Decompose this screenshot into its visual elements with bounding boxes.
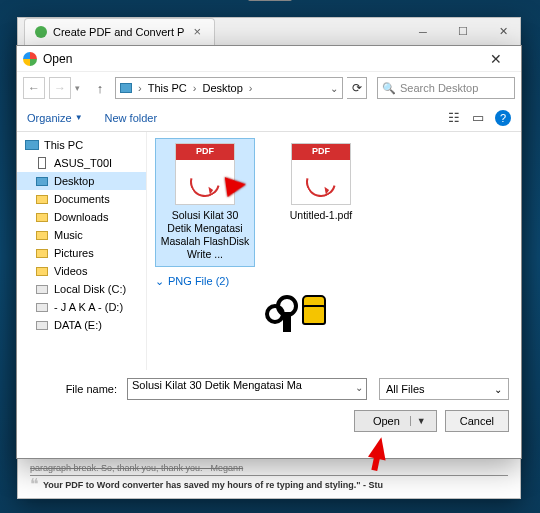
- open-button[interactable]: Open ▼: [354, 410, 437, 432]
- tree-label: - J A K A - (D:): [54, 301, 123, 313]
- open-file-dialog: Open ✕ ← → ▾ ↑ › This PC › Desktop › ⌄ ⟳…: [16, 45, 522, 459]
- quote-mark-icon: ❝: [30, 480, 39, 490]
- organize-menu[interactable]: Organize▼: [27, 112, 83, 124]
- help-button[interactable]: ?: [495, 110, 511, 126]
- tree-item-local-disk-c[interactable]: Local Disk (C:): [17, 280, 146, 298]
- chevron-down-icon: ⌄: [494, 384, 502, 395]
- pdf-thumbnail-icon: PDF: [175, 143, 235, 205]
- search-placeholder: Search Desktop: [400, 82, 478, 94]
- navigation-tree: This PC ASUS_T00I Desktop Documents Down…: [17, 132, 147, 370]
- view-options-icon[interactable]: ☷: [445, 110, 463, 126]
- dialog-footer: File name: Solusi Kilat 30 Detik Mengata…: [17, 370, 521, 442]
- background-content: paragraph break. So, thank you, thank yo…: [30, 463, 508, 490]
- tree-label: Documents: [54, 193, 110, 205]
- breadcrumb-root[interactable]: This PC: [146, 82, 189, 94]
- tree-header-this-pc[interactable]: This PC: [17, 136, 146, 154]
- folder-icon: [36, 213, 48, 222]
- png-thumbnail-keys[interactable]: [263, 292, 333, 336]
- file-name: Untitled-1.pdf: [276, 209, 366, 222]
- tab-favicon-icon: [35, 26, 47, 38]
- svg-rect-1: [303, 306, 325, 324]
- chevron-down-icon: ▼: [75, 113, 83, 122]
- search-icon: 🔍: [382, 82, 396, 95]
- tree-item-downloads[interactable]: Downloads: [17, 208, 146, 226]
- cancel-button[interactable]: Cancel: [445, 410, 509, 432]
- group-header-png[interactable]: ⌄ PNG File (2): [155, 275, 513, 288]
- breadcrumb-folder[interactable]: Desktop: [200, 82, 244, 94]
- address-row: ← → ▾ ↑ › This PC › Desktop › ⌄ ⟳ 🔍 Sear…: [17, 72, 521, 104]
- tree-item-desktop[interactable]: Desktop: [17, 172, 146, 190]
- tree-label: Pictures: [54, 247, 94, 259]
- tree-item-pictures[interactable]: Pictures: [17, 244, 146, 262]
- search-input[interactable]: 🔍 Search Desktop: [377, 77, 515, 99]
- folder-icon: [36, 195, 48, 204]
- folder-icon: [36, 231, 48, 240]
- back-button[interactable]: ←: [23, 77, 45, 99]
- chevron-right-icon: ›: [247, 82, 255, 94]
- folder-icon: [36, 249, 48, 258]
- adobe-swirl-icon: [301, 162, 342, 203]
- tree-label: Videos: [54, 265, 87, 277]
- tree-label: This PC: [44, 139, 83, 151]
- browser-titlebar: Create PDF and Convert P × ─ ☐ ✕: [18, 18, 520, 46]
- dropdown-icon[interactable]: ⌄: [355, 382, 363, 393]
- tab-close-icon[interactable]: ×: [190, 24, 204, 39]
- address-dropdown-icon[interactable]: ⌄: [330, 83, 338, 94]
- tree-label: Desktop: [54, 175, 94, 187]
- tab-title: Create PDF and Convert P: [53, 26, 184, 38]
- filename-value: Solusi Kilat 30 Detik Mengatasi Ma: [132, 379, 302, 391]
- tree-item-documents[interactable]: Documents: [17, 190, 146, 208]
- tree-item-drive-d[interactable]: - J A K A - (D:): [17, 298, 146, 316]
- file-list: PDF Solusi Kilat 30 Detik Mengatasi Masa…: [147, 132, 521, 370]
- forward-button[interactable]: →: [49, 77, 71, 99]
- tree-item-music[interactable]: Music: [17, 226, 146, 244]
- browser-tab[interactable]: Create PDF and Convert P ×: [24, 18, 215, 46]
- filetype-select[interactable]: All Files ⌄: [379, 378, 509, 400]
- history-dropdown-icon[interactable]: ▾: [75, 83, 85, 93]
- pdf-thumbnail-icon: PDF: [291, 143, 351, 205]
- dialog-titlebar: Open ✕: [17, 46, 521, 72]
- drive-icon: [36, 321, 48, 330]
- group-label: PNG File (2): [168, 275, 229, 287]
- testimonial-text: Your PDF to Word converter has saved my …: [43, 480, 383, 490]
- file-tile[interactable]: PDF Untitled-1.pdf: [271, 138, 371, 267]
- dialog-close-button[interactable]: ✕: [477, 48, 515, 70]
- tree-label: Downloads: [54, 211, 108, 223]
- tree-label: DATA (E:): [54, 319, 102, 331]
- tree-item-videos[interactable]: Videos: [17, 262, 146, 280]
- filetype-value: All Files: [386, 383, 425, 395]
- open-label: Open: [373, 415, 400, 427]
- chevron-right-icon: ›: [136, 82, 144, 94]
- file-tile-selected[interactable]: PDF Solusi Kilat 30 Detik Mengatasi Masa…: [155, 138, 255, 267]
- chevron-down-icon: ⌄: [155, 275, 164, 288]
- refresh-button[interactable]: ⟳: [347, 77, 367, 99]
- pc-icon: [25, 140, 39, 150]
- file-name: Solusi Kilat 30 Detik Mengatasi Masalah …: [160, 209, 250, 262]
- folder-icon: [36, 267, 48, 276]
- folder-icon: [36, 177, 48, 186]
- chrome-favicon-icon: [23, 52, 37, 66]
- filename-input[interactable]: Solusi Kilat 30 Detik Mengatasi Ma ⌄: [127, 378, 367, 400]
- drive-icon: [36, 303, 48, 312]
- filename-label: File name:: [29, 383, 121, 395]
- tree-item-drive-e[interactable]: DATA (E:): [17, 316, 146, 334]
- tree-label: Music: [54, 229, 83, 241]
- taskbar-pill: Juli: [248, 0, 292, 1]
- minimize-button[interactable]: ─: [406, 21, 440, 43]
- toolbar: Organize▼ New folder ☷ ▭ ?: [17, 104, 521, 132]
- open-split-dropdown[interactable]: ▼: [410, 416, 426, 426]
- pdf-badge: PDF: [176, 144, 234, 160]
- chevron-right-icon: ›: [191, 82, 199, 94]
- preview-pane-icon[interactable]: ▭: [469, 110, 487, 126]
- tree-item-asus[interactable]: ASUS_T00I: [17, 154, 146, 172]
- maximize-button[interactable]: ☐: [446, 21, 480, 43]
- tree-label: ASUS_T00I: [54, 157, 112, 169]
- new-folder-button[interactable]: New folder: [105, 112, 158, 124]
- close-button[interactable]: ✕: [486, 21, 520, 43]
- phone-icon: [38, 157, 46, 169]
- address-bar[interactable]: › This PC › Desktop › ⌄: [115, 77, 343, 99]
- pc-icon: [120, 83, 132, 93]
- up-button[interactable]: ↑: [89, 77, 111, 99]
- dialog-title: Open: [43, 52, 72, 66]
- drive-icon: [36, 285, 48, 294]
